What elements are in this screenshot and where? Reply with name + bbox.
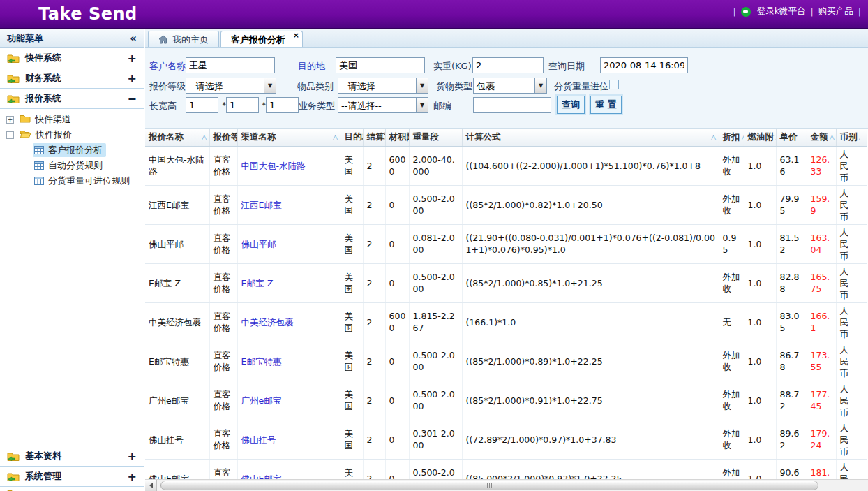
cell-dest: 美国 [341, 146, 363, 185]
cargo-type-select[interactable]: 包裹 ▼ [473, 78, 547, 94]
expand-toggle-icon[interactable]: − [128, 92, 137, 105]
sort-icon[interactable]: △ [742, 133, 744, 141]
column-header-price[interactable]: 单价 [776, 129, 807, 146]
horizontal-scrollbar[interactable] [145, 479, 868, 491]
cell-channel[interactable]: 佛山E邮宝 [237, 459, 341, 479]
login-kwei-link[interactable]: 登录k微平台 [757, 6, 806, 17]
destination-input[interactable] [336, 57, 425, 73]
sort-icon[interactable]: △ [202, 133, 207, 141]
report-grid-icon [34, 161, 44, 170]
tree-item-快件渠道[interactable]: +快件渠道 [0, 112, 144, 127]
cell-currency: 人民币 [836, 381, 860, 420]
query-date-input[interactable] [600, 57, 688, 73]
cell-channel[interactable]: 佛山平邮 [237, 224, 341, 263]
sidebar-section[interactable]: 财务系统+ [0, 68, 144, 89]
sort-icon[interactable]: △ [333, 133, 338, 141]
column-header-settle[interactable]: 结算重 [363, 129, 385, 146]
tree-expander-icon[interactable]: + [6, 116, 14, 124]
column-header-formula[interactable]: 计算公式△ [462, 129, 719, 146]
postcode-input[interactable] [473, 97, 551, 113]
expand-toggle-icon[interactable]: + [128, 52, 137, 65]
tab-我的主页[interactable]: 我的主页 [148, 31, 219, 47]
cell-channel[interactable]: E邮宝-Z [237, 263, 341, 302]
expand-toggle-icon[interactable]: + [128, 72, 137, 85]
column-header-level[interactable]: 报价等级 [209, 129, 237, 146]
search-button[interactable]: 查询 [557, 96, 585, 114]
column-header-fuel[interactable]: 燃油附△ [744, 129, 776, 146]
column-header-dest[interactable]: 目的地 [341, 129, 363, 146]
chevron-down-icon[interactable]: ▼ [416, 78, 428, 93]
column-header-volume[interactable]: 材积除 [385, 129, 409, 146]
collapse-sidebar-icon[interactable]: « [130, 32, 137, 45]
clipped-cell [860, 302, 867, 342]
chevron-down-icon[interactable]: ▼ [264, 78, 276, 93]
cell-dest: 美国 [341, 224, 363, 263]
tab-客户报价分析[interactable]: 客户报价分析× [220, 31, 303, 47]
column-label: 报价名称 [149, 131, 184, 143]
tree-item-分货重量可进位规则[interactable]: 分货重量可进位规则 [0, 173, 144, 189]
column-header-channel[interactable]: 渠道名称△ [237, 129, 341, 146]
cell-currency: 人民币 [836, 342, 860, 381]
chevron-down-icon[interactable]: ▼ [534, 78, 546, 93]
sort-icon[interactable]: △ [711, 133, 717, 141]
cell-name: E邮宝-Z [145, 263, 209, 302]
table-header-row: 报价名称△报价等级渠道名称△目的地结算重材积除重量段计算公式△折扣△燃油附△单价… [145, 129, 867, 146]
width-input[interactable] [226, 97, 259, 113]
sidebar-section[interactable]: 系统管理+ [0, 466, 144, 486]
chevron-down-icon[interactable]: ▼ [416, 98, 428, 112]
tree-item-label: 快件渠道 [35, 113, 71, 126]
column-header-name[interactable]: 报价名称△ [145, 129, 209, 146]
scroll-left-arrow[interactable] [145, 480, 157, 491]
table-row: 佛山E邮宝直客价格佛山E邮宝美国200.500-2.000((85.000*2/… [145, 459, 867, 479]
cell-channel[interactable]: 中美经济包裹 [237, 302, 341, 342]
column-header-amount[interactable]: 金额△ [807, 129, 836, 146]
carry-weight-label: 分货重量进位 [554, 80, 608, 93]
cell-price: 88.72 [776, 381, 807, 420]
cell-fuel: 1.0 [744, 459, 776, 479]
carry-weight-checkbox[interactable] [609, 80, 619, 89]
cell-price: 83.05 [776, 302, 807, 342]
length-input[interactable] [186, 97, 218, 113]
business-type-select[interactable]: --请选择-- ▼ [338, 97, 428, 113]
sidebar-section[interactable]: 基本资料+ [0, 446, 144, 466]
sidebar-section[interactable]: 报价系统− [0, 89, 144, 109]
cell-fuel: 1.0 [744, 146, 776, 185]
expand-toggle-icon[interactable]: + [128, 450, 137, 463]
cell-amount: 159.9 [807, 185, 836, 224]
tree-expander-icon[interactable]: − [6, 131, 14, 139]
cell-fuel: 1.0 [744, 302, 776, 342]
sidebar-section-label: 基本资料 [25, 450, 128, 462]
cell-channel[interactable]: 江西E邮宝 [237, 185, 341, 224]
reset-button[interactable]: 重 置 [590, 96, 622, 114]
destination-label: 目的地 [298, 60, 325, 73]
sort-icon[interactable]: △ [830, 133, 835, 141]
tree-item-自动分货规则[interactable]: 自动分货规则 [0, 158, 144, 173]
cell-channel[interactable]: 中国大包-水陆路 [237, 146, 341, 185]
cell-settle: 2 [363, 342, 385, 381]
weight-input[interactable] [472, 57, 544, 73]
cell-range: 0.500-2.000 [409, 459, 462, 479]
sidebar-section[interactable]: 快件系统+ [0, 48, 144, 68]
cell-channel[interactable]: 广州e邮宝 [237, 381, 341, 420]
cell-fuel: 1.0 [744, 381, 776, 420]
separator: | [858, 6, 861, 17]
cell-formula: ((85.000*2/1.000)*0.93)*1.0+23.25 [462, 459, 719, 479]
cell-volume: 0 [385, 224, 409, 263]
scrollbar-thumb[interactable] [160, 481, 818, 490]
customer-name-input[interactable] [186, 57, 275, 73]
table-row: E邮宝特惠直客价格E邮宝特惠美国200.500-2.000((85*2/1.00… [145, 342, 867, 381]
cargo-type-label: 货物类型 [436, 80, 472, 93]
quote-level-select[interactable]: --请选择-- ▼ [186, 78, 276, 94]
column-header-currency[interactable]: 币别△ [836, 129, 860, 146]
close-tab-icon[interactable]: × [293, 32, 299, 39]
buy-product-link[interactable]: 购买产品 [818, 6, 853, 17]
expand-toggle-icon[interactable]: + [128, 470, 137, 483]
column-header-discount[interactable]: 折扣△ [719, 129, 744, 146]
column-header-range[interactable]: 重量段 [409, 129, 462, 146]
height-input[interactable] [266, 97, 299, 113]
tree-item-快件报价[interactable]: −快件报价 [0, 127, 144, 142]
cell-channel[interactable]: 佛山挂号 [237, 420, 341, 459]
cell-channel[interactable]: E邮宝特惠 [237, 342, 341, 381]
item-category-select[interactable]: --请选择-- ▼ [338, 78, 428, 94]
tree-item-客户报价分析[interactable]: 客户报价分析 [0, 142, 144, 158]
